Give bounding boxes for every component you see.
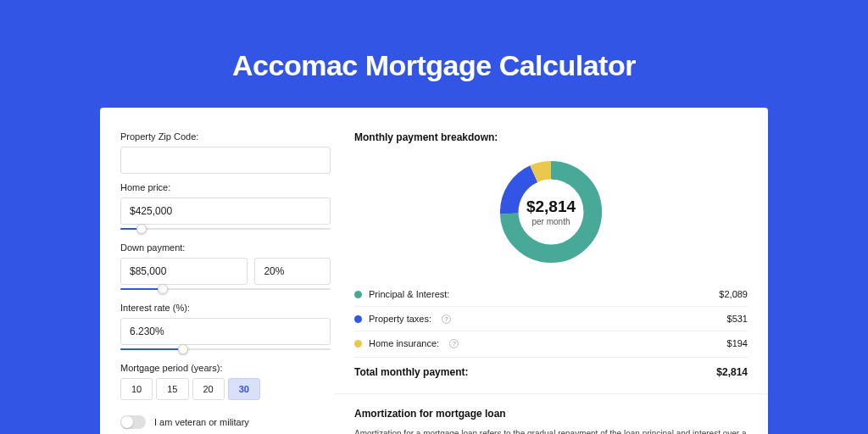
slider-fill [120,348,183,350]
help-icon[interactable]: ? [449,339,459,348]
legend-value: $531 [727,314,748,324]
interest-input[interactable] [120,318,331,345]
legend-row: Home insurance:?$194 [354,331,748,355]
veteran-label: I am veteran or military [154,417,249,427]
breakdown-panel: Monthly payment breakdown: $2,814 per mo… [354,131,748,434]
down-payment-input[interactable] [120,258,248,285]
down-payment-pct-input[interactable] [254,258,331,285]
donut-total-sub: per month [531,217,570,226]
donut-chart-area: $2,814 per month [354,152,748,282]
legend-row: Principal & Interest:$2,089 [354,282,748,307]
donut-total-amount: $2,814 [526,198,576,216]
period-btn-20[interactable]: 20 [192,378,225,400]
breakdown-title: Monthly payment breakdown: [354,131,748,143]
form-panel: Property Zip Code: Home price: Down paym… [120,131,331,434]
amortization-title: Amortization for mortgage loan [354,408,748,420]
home-price-label: Home price: [120,182,331,192]
legend: Principal & Interest:$2,089Property taxe… [354,282,748,355]
donut-chart: $2,814 per month [496,157,606,267]
slider-track [120,228,331,230]
page-title: Accomac Mortgage Calculator [0,0,868,108]
calculator-card: Property Zip Code: Home price: Down paym… [100,108,768,434]
zip-label: Property Zip Code: [120,131,331,142]
legend-row: Property taxes:?$531 [354,307,748,331]
total-row: Total monthly payment: $2,814 [354,357,748,390]
interest-label: Interest rate (%): [120,303,331,313]
down-payment-slider[interactable] [120,284,331,294]
home-price-slider[interactable] [120,224,331,234]
legend-label: Home insurance: [369,338,439,348]
toggle-knob [121,416,133,428]
period-btn-10[interactable]: 10 [120,378,153,400]
donut-center: $2,814 per month [496,157,606,267]
legend-label: Principal & Interest: [369,289,449,299]
total-label: Total monthly payment: [354,366,468,378]
interest-slider[interactable] [120,344,331,354]
veteran-toggle[interactable] [120,415,146,429]
legend-dot [354,291,362,298]
period-btn-30[interactable]: 30 [228,378,260,400]
period-label: Mortgage period (years): [120,363,331,373]
zip-input[interactable] [120,147,331,174]
legend-dot [354,315,362,323]
period-btn-15[interactable]: 15 [156,378,188,400]
total-value: $2,814 [716,366,748,378]
down-payment-label: Down payment: [120,242,331,253]
legend-label: Property taxes: [369,314,431,324]
slider-thumb[interactable] [178,344,188,354]
slider-fill [120,288,163,290]
home-price-input[interactable] [120,198,331,225]
help-icon[interactable]: ? [442,314,451,324]
amortization-text: Amortization for a mortgage loan refers … [354,428,748,434]
divider [334,393,768,394]
legend-value: $194 [727,338,748,348]
slider-thumb[interactable] [158,284,168,294]
slider-thumb[interactable] [136,224,147,234]
legend-value: $2,089 [719,289,748,299]
legend-dot [354,340,362,348]
period-group: 10152030 [120,378,331,400]
